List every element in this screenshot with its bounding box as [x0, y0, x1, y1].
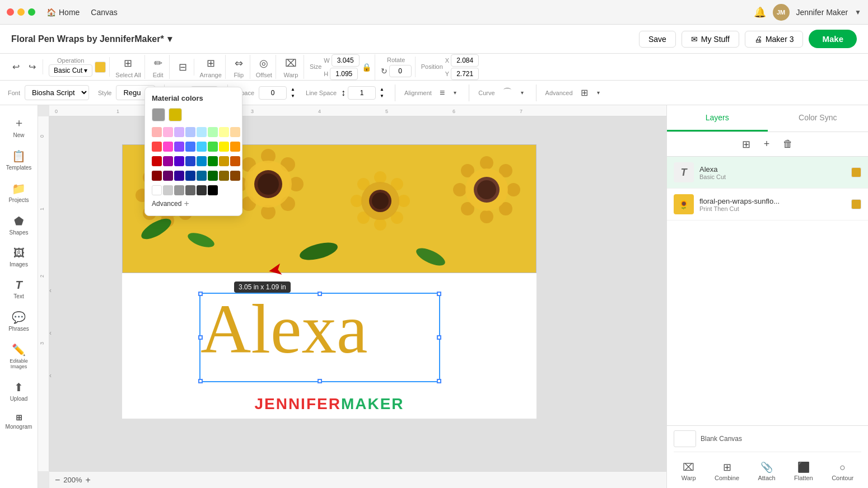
- x-input[interactable]: [451, 54, 479, 67]
- linespace-up-button[interactable]: ▲: [378, 86, 386, 92]
- linespace-input[interactable]: [348, 86, 376, 100]
- maker-button[interactable]: 🖨 Maker 3: [745, 31, 804, 48]
- operation-select[interactable]: Basic Cut ▾: [49, 64, 92, 77]
- space-down-button[interactable]: ▼: [289, 93, 297, 99]
- fullscreen-button[interactable]: [28, 8, 35, 16]
- space-up-button[interactable]: ▲: [289, 86, 297, 92]
- sidebar-item-monogram[interactable]: ⊞ Monogram: [3, 409, 35, 434]
- offset-button[interactable]: ◎: [256, 55, 272, 72]
- current-color-gray[interactable]: [152, 108, 165, 121]
- color-swatch-mb[interactable]: [185, 142, 195, 152]
- delete-layer-button[interactable]: 🗑: [778, 136, 797, 152]
- sidebar-item-editable-images[interactable]: ✏️ Editable Images: [3, 339, 35, 374]
- color-swatch-white[interactable]: [152, 185, 162, 195]
- color-swatch-db[interactable]: [185, 156, 195, 166]
- contour-action-button[interactable]: ○ Contour: [828, 459, 857, 484]
- color-swatch-mg2[interactable]: [174, 185, 184, 195]
- color-swatch-llv[interactable]: [174, 127, 184, 137]
- lock-aspect-icon[interactable]: 🔒: [362, 63, 371, 72]
- canvas-nav-link[interactable]: Canvas: [91, 8, 117, 17]
- color-swatch-xg2[interactable]: [197, 185, 207, 195]
- project-dropdown-icon[interactable]: ▾: [167, 34, 172, 44]
- layer-item-floral[interactable]: 🌻 floral-pen-wraps-sunflo... Print Then …: [667, 189, 868, 220]
- collapse-left2-icon[interactable]: ‹: [49, 329, 52, 337]
- curve-button[interactable]: ⌒: [500, 85, 515, 101]
- arrange-button[interactable]: ⊞: [203, 55, 218, 72]
- sidebar-item-images[interactable]: 🖼 Images: [3, 242, 35, 272]
- color-swatch-xr[interactable]: [152, 171, 162, 181]
- close-button[interactable]: [7, 8, 14, 16]
- sidebar-item-new[interactable]: ＋ New: [3, 111, 35, 143]
- collapse-left3-icon[interactable]: ‹: [49, 372, 52, 379]
- rotate-input[interactable]: [389, 65, 412, 77]
- flatten-action-button[interactable]: ⬛ Flatten: [791, 459, 816, 484]
- handle-top-left[interactable]: [198, 292, 203, 296]
- zoom-in-button[interactable]: +: [86, 475, 91, 485]
- color-swatch-xcb[interactable]: [197, 171, 207, 181]
- notification-icon[interactable]: 🔔: [754, 6, 766, 18]
- save-button[interactable]: Save: [639, 31, 676, 48]
- canvas-area[interactable]: 0 1 2 3 4 5 6 7 0 1 2 3 ‹ ‹ ‹: [38, 105, 666, 488]
- color-swatch-lg[interactable]: [163, 185, 173, 195]
- edit-button[interactable]: ✏: [151, 55, 166, 72]
- color-swatch-mlv[interactable]: [174, 142, 184, 152]
- undo-button[interactable]: ↩: [9, 59, 23, 74]
- tab-layers[interactable]: Layers: [667, 105, 768, 132]
- group-layers-button[interactable]: ⊞: [738, 136, 755, 153]
- advanced-button[interactable]: ⊞: [577, 85, 591, 100]
- color-swatch-ly[interactable]: [219, 127, 229, 137]
- color-swatch-mcb[interactable]: [197, 142, 207, 152]
- sidebar-item-text[interactable]: T Text: [3, 274, 35, 304]
- my-stuff-button[interactable]: ✉ My Stuff: [682, 31, 739, 48]
- color-swatch-mpk[interactable]: [163, 142, 173, 152]
- handle-top-middle[interactable]: [318, 292, 322, 296]
- handle-bottom-middle[interactable]: [318, 379, 322, 383]
- color-swatch-do[interactable]: [230, 156, 240, 166]
- sidebar-item-shapes[interactable]: ⬟ Shapes: [3, 210, 35, 240]
- color-swatch-dcb[interactable]: [197, 156, 207, 166]
- color-swatch-mo[interactable]: [230, 142, 240, 152]
- home-nav-link[interactable]: 🏠 Home: [46, 8, 80, 17]
- color-swatch-lr[interactable]: [152, 127, 162, 137]
- flip-button[interactable]: ⇔: [231, 55, 246, 72]
- font-select[interactable]: Biosha Script: [25, 85, 89, 100]
- make-button[interactable]: Make: [809, 30, 857, 48]
- color-swatch-dpk[interactable]: [163, 156, 173, 166]
- color-swatch-xg[interactable]: [208, 171, 218, 181]
- color-swatch-black[interactable]: [208, 185, 218, 195]
- sidebar-item-upload[interactable]: ⬆ Upload: [3, 376, 35, 406]
- warp-button[interactable]: ⌧: [282, 55, 300, 72]
- user-dropdown-icon[interactable]: ▼: [855, 8, 861, 16]
- color-swatch-dg2[interactable]: [185, 185, 195, 195]
- color-swatch-llb[interactable]: [185, 127, 195, 137]
- alignment-dropdown-button[interactable]: ▾: [450, 87, 460, 98]
- combine-action-button[interactable]: ⊞ Combine: [711, 459, 743, 484]
- selection-box[interactable]: [199, 293, 440, 382]
- layer-item-alexa[interactable]: T Alexa Basic Cut: [667, 157, 868, 189]
- alexa-layer-color[interactable]: [851, 167, 861, 177]
- floral-layer-color[interactable]: [851, 199, 861, 209]
- color-swatch-mg[interactable]: [208, 142, 218, 152]
- advanced-dropdown-button[interactable]: ▾: [594, 87, 603, 98]
- redo-button[interactable]: ↪: [25, 59, 39, 74]
- height-input[interactable]: [330, 68, 358, 80]
- color-swatch-xpk[interactable]: [163, 171, 173, 181]
- handle-top-right[interactable]: [437, 292, 441, 296]
- color-swatch-lo[interactable]: [230, 127, 240, 137]
- sidebar-item-phrases[interactable]: 💬 Phrases: [3, 306, 35, 336]
- space-input[interactable]: [259, 86, 287, 100]
- color-swatch-dy[interactable]: [219, 156, 229, 166]
- width-input[interactable]: [332, 54, 360, 67]
- color-swatch[interactable]: [95, 62, 106, 73]
- warp-action-button[interactable]: ⌧ Warp: [678, 459, 699, 484]
- current-color-yellow[interactable]: [169, 108, 182, 121]
- color-swatch-lcb[interactable]: [197, 127, 207, 137]
- collapse-left-icon[interactable]: ‹: [49, 287, 52, 294]
- color-picker-advanced[interactable]: Advanced +: [152, 199, 235, 209]
- y-input[interactable]: [451, 68, 479, 80]
- tab-color-sync[interactable]: Color Sync: [768, 105, 869, 132]
- sidebar-item-templates[interactable]: 📋 Templates: [3, 145, 35, 175]
- sidebar-item-projects[interactable]: 📁 Projects: [3, 177, 35, 208]
- color-swatch-llg[interactable]: [208, 127, 218, 137]
- align-button[interactable]: ⊟: [175, 59, 190, 76]
